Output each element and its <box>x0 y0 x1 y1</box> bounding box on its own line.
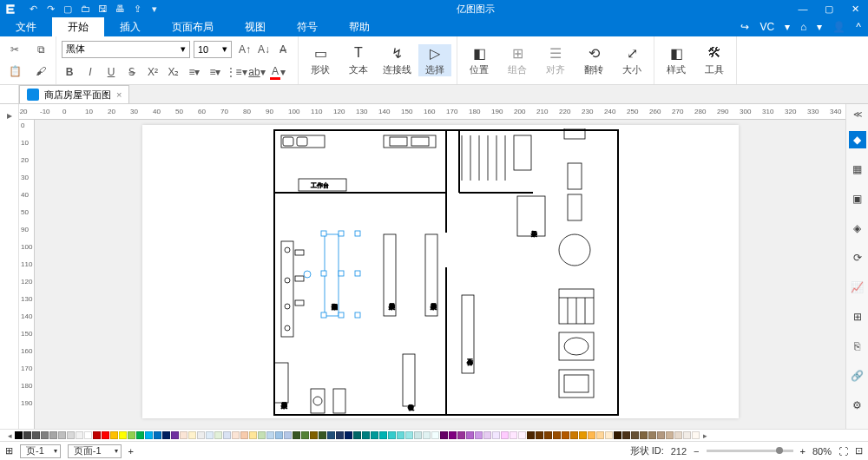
color-swatch[interactable] <box>614 431 621 439</box>
close-button[interactable]: ✕ <box>842 0 868 17</box>
tab-start[interactable]: 开始 <box>52 17 104 36</box>
font-grow-button[interactable]: A↑ <box>235 42 254 57</box>
color-swatch[interactable] <box>397 431 404 439</box>
color-swatch[interactable] <box>527 431 535 439</box>
tab-page-layout[interactable]: 页面布局 <box>156 17 229 36</box>
color-swatch[interactable] <box>518 431 526 439</box>
layers-panel-icon[interactable]: ◈ <box>849 220 866 237</box>
color-swatch[interactable] <box>258 431 266 439</box>
color-swatch[interactable] <box>214 431 222 439</box>
color-swatch[interactable] <box>666 431 674 439</box>
color-swatch[interactable] <box>293 431 300 439</box>
format-painter-button[interactable]: 🖌 <box>31 63 50 79</box>
share-icon[interactable]: ↪ <box>737 21 753 33</box>
color-swatch[interactable] <box>631 431 639 439</box>
save-icon[interactable]: 🖫 <box>95 2 109 16</box>
bullet-button[interactable]: ⋮≡▾ <box>228 64 244 80</box>
tab-help[interactable]: 帮助 <box>333 17 385 36</box>
add-page-button[interactable]: + <box>128 446 134 457</box>
view-mode-icon[interactable]: ⊞ <box>5 445 13 457</box>
theme-panel-icon[interactable]: ◆ <box>849 131 866 148</box>
color-swatch[interactable] <box>622 431 630 439</box>
color-swatch[interactable] <box>240 431 248 439</box>
chart-panel-icon[interactable]: 📈 <box>849 279 866 296</box>
strike-button[interactable]: S̶ <box>124 64 140 80</box>
color-swatch[interactable] <box>76 431 83 439</box>
font-color-button[interactable]: A▾ <box>270 64 286 80</box>
color-swatch[interactable] <box>553 431 561 439</box>
collapse-panel-icon[interactable]: ≪ <box>853 109 862 119</box>
color-swatch[interactable] <box>119 431 127 439</box>
color-swatch[interactable] <box>457 431 465 439</box>
color-swatch[interactable] <box>648 431 656 439</box>
settings-panel-icon[interactable]: ⚙ <box>849 397 866 414</box>
color-swatch[interactable] <box>128 431 135 439</box>
collapse-ribbon-icon[interactable]: ^ <box>852 21 865 33</box>
color-swatch[interactable] <box>605 431 613 439</box>
color-swatch[interactable] <box>596 431 604 439</box>
color-swatch[interactable] <box>171 431 179 439</box>
close-tab-icon[interactable]: × <box>116 89 122 100</box>
color-swatch[interactable] <box>58 431 66 439</box>
color-swatch[interactable] <box>579 431 587 439</box>
color-swatch[interactable] <box>562 431 569 439</box>
color-swatch[interactable] <box>570 431 578 439</box>
zoom-in-button[interactable]: + <box>800 446 806 457</box>
color-left-icon[interactable]: ◂ <box>5 431 14 440</box>
zoom-out-button[interactable]: − <box>694 446 699 457</box>
color-swatch[interactable] <box>683 431 691 439</box>
vc-label[interactable]: VC <box>756 21 778 33</box>
color-swatch[interactable] <box>371 431 378 439</box>
color-swatch[interactable] <box>23 431 31 439</box>
color-swatch[interactable] <box>501 431 509 439</box>
bold-button[interactable]: B <box>62 64 77 80</box>
rotate-tool[interactable]: ⟲翻转 <box>577 44 610 76</box>
fit-page-icon[interactable]: ⛶ <box>838 446 848 457</box>
tab-file[interactable]: 文件 <box>0 17 52 36</box>
color-swatch[interactable] <box>275 431 283 439</box>
comment-panel-icon[interactable]: ⎘ <box>849 338 866 355</box>
text-tool[interactable]: T文本 <box>342 44 375 76</box>
fullscreen-icon[interactable]: ⊡ <box>855 445 863 457</box>
open-icon[interactable]: 🗀 <box>78 2 92 16</box>
shapes-panel-icon[interactable]: ▦ <box>849 161 866 178</box>
color-swatch[interactable] <box>110 431 118 439</box>
color-swatch[interactable] <box>336 431 344 439</box>
tab-insert[interactable]: 插入 <box>104 17 156 36</box>
color-swatch[interactable] <box>93 431 101 439</box>
table-panel-icon[interactable]: ⊞ <box>849 308 866 325</box>
maximize-button[interactable]: ▢ <box>816 0 842 17</box>
page[interactable]: 工作台 <box>142 125 739 418</box>
color-swatch[interactable] <box>674 431 682 439</box>
qat-more-icon[interactable]: ▾ <box>148 2 161 16</box>
text-highlight-button[interactable]: ab▾ <box>249 64 265 80</box>
document-tab[interactable]: 商店房屋平面图 × <box>19 85 129 103</box>
font-shrink-button[interactable]: A↓ <box>254 42 273 57</box>
color-swatch[interactable] <box>266 431 274 439</box>
gift-dropdown-icon[interactable]: ▾ <box>813 21 825 33</box>
history-panel-icon[interactable]: ⟳ <box>849 249 866 266</box>
color-swatch[interactable] <box>692 431 700 439</box>
align-tool[interactable]: ☰对齐 <box>539 44 572 76</box>
color-swatch[interactable] <box>162 431 170 439</box>
subscript-button[interactable]: X₂ <box>166 64 181 80</box>
color-swatch[interactable] <box>102 431 109 439</box>
color-swatch[interactable] <box>388 431 396 439</box>
print-icon[interactable]: 🖶 <box>113 2 127 16</box>
color-swatch[interactable] <box>640 431 648 439</box>
color-swatch[interactable] <box>510 431 517 439</box>
user-icon[interactable]: 👤 <box>829 21 849 33</box>
color-swatch[interactable] <box>345 431 352 439</box>
color-swatch[interactable] <box>145 431 153 439</box>
align-button[interactable]: ≡▾ <box>207 64 223 80</box>
underline-button[interactable]: U <box>103 64 119 80</box>
page-select-a[interactable]: 页-1 <box>20 444 61 458</box>
color-swatch[interactable] <box>223 431 231 439</box>
new-icon[interactable]: ▢ <box>61 2 75 16</box>
color-swatch[interactable] <box>588 431 595 439</box>
color-swatch[interactable] <box>353 431 361 439</box>
color-swatch[interactable] <box>154 431 161 439</box>
tab-symbol[interactable]: 符号 <box>281 17 333 36</box>
page-select-b[interactable]: 页面-1 <box>68 444 122 458</box>
image-panel-icon[interactable]: ▣ <box>849 190 866 207</box>
